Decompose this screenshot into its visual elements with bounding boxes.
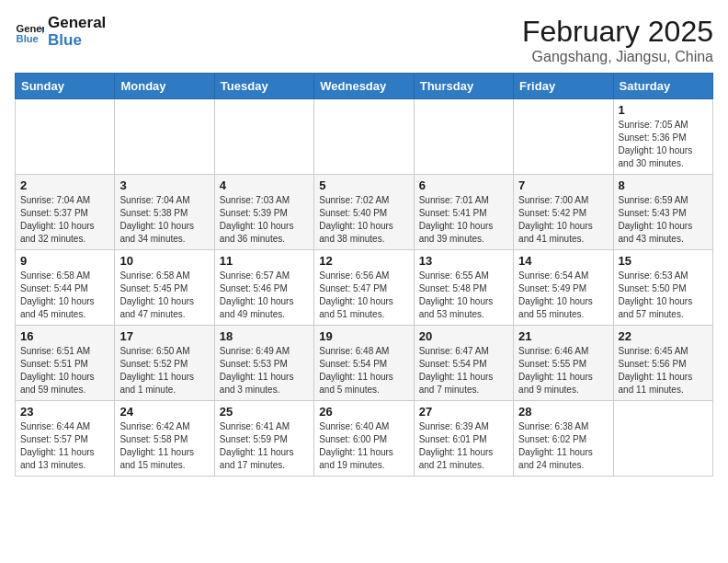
svg-text:Blue: Blue: [17, 33, 39, 44]
day-cell: 23Sunrise: 6:44 AM Sunset: 5:57 PM Dayli…: [16, 401, 115, 477]
day-cell: 28Sunrise: 6:38 AM Sunset: 6:02 PM Dayli…: [514, 401, 613, 477]
day-number: 13: [419, 254, 508, 268]
day-cell: 16Sunrise: 6:51 AM Sunset: 5:51 PM Dayli…: [16, 326, 115, 401]
day-info-text: Sunrise: 6:38 AM Sunset: 6:02 PM Dayligh…: [518, 420, 608, 472]
day-cell: 14Sunrise: 6:54 AM Sunset: 5:49 PM Dayli…: [514, 250, 613, 326]
day-info-text: Sunrise: 6:42 AM Sunset: 5:58 PM Dayligh…: [119, 420, 209, 472]
day-number: 9: [20, 254, 109, 268]
day-number: 16: [20, 329, 109, 343]
day-header-saturday: Saturday: [613, 74, 712, 99]
day-header-monday: Monday: [115, 74, 214, 99]
day-number: 3: [119, 178, 209, 192]
day-info-text: Sunrise: 6:59 AM Sunset: 5:43 PM Dayligh…: [619, 194, 708, 246]
day-cell: [514, 99, 613, 175]
day-info-text: Sunrise: 6:53 AM Sunset: 5:50 PM Dayligh…: [619, 270, 708, 321]
day-number: 22: [619, 329, 708, 343]
day-info-text: Sunrise: 6:51 AM Sunset: 5:51 PM Dayligh…: [20, 345, 109, 396]
day-cell: [214, 99, 313, 175]
day-info-text: Sunrise: 7:02 AM Sunset: 5:40 PM Dayligh…: [319, 194, 408, 246]
day-info-text: Sunrise: 6:46 AM Sunset: 5:55 PM Dayligh…: [518, 345, 608, 396]
day-number: 20: [419, 329, 508, 343]
day-info-text: Sunrise: 6:58 AM Sunset: 5:44 PM Dayligh…: [20, 270, 109, 321]
day-number: 2: [20, 178, 109, 192]
day-number: 17: [119, 329, 209, 343]
day-cell: 9Sunrise: 6:58 AM Sunset: 5:44 PM Daylig…: [16, 250, 115, 326]
day-info-text: Sunrise: 6:47 AM Sunset: 5:54 PM Dayligh…: [419, 345, 508, 396]
day-info-text: Sunrise: 7:04 AM Sunset: 5:38 PM Dayligh…: [119, 194, 209, 246]
day-number: 24: [119, 405, 209, 419]
week-row-3: 9Sunrise: 6:58 AM Sunset: 5:44 PM Daylig…: [16, 250, 713, 326]
day-cell: 15Sunrise: 6:53 AM Sunset: 5:50 PM Dayli…: [613, 250, 712, 326]
day-cell: [314, 99, 414, 175]
day-cell: 19Sunrise: 6:48 AM Sunset: 5:54 PM Dayli…: [314, 326, 414, 401]
day-cell: 7Sunrise: 7:00 AM Sunset: 5:42 PM Daylig…: [514, 175, 613, 250]
day-info-text: Sunrise: 6:40 AM Sunset: 6:00 PM Dayligh…: [319, 420, 408, 472]
day-number: 23: [20, 405, 109, 419]
day-number: 15: [619, 254, 708, 268]
day-cell: 8Sunrise: 6:59 AM Sunset: 5:43 PM Daylig…: [613, 175, 712, 250]
day-cell: 24Sunrise: 6:42 AM Sunset: 5:58 PM Dayli…: [115, 401, 214, 477]
day-cell: [16, 99, 115, 175]
title-area: February 2025 Gangshang, Jiangsu, China: [522, 15, 713, 65]
day-number: 10: [119, 254, 209, 268]
day-number: 14: [518, 254, 608, 268]
day-cell: 3Sunrise: 7:04 AM Sunset: 5:38 PM Daylig…: [115, 175, 214, 250]
day-header-tuesday: Tuesday: [214, 74, 313, 99]
day-number: 5: [319, 178, 408, 192]
day-cell: 13Sunrise: 6:55 AM Sunset: 5:48 PM Dayli…: [414, 250, 513, 326]
day-cell: [414, 99, 513, 175]
day-number: 6: [419, 178, 508, 192]
day-header-friday: Friday: [514, 74, 613, 99]
day-info-text: Sunrise: 6:45 AM Sunset: 5:56 PM Dayligh…: [619, 345, 708, 396]
week-row-1: 1Sunrise: 7:05 AM Sunset: 5:36 PM Daylig…: [16, 99, 713, 175]
day-number: 19: [319, 329, 408, 343]
day-cell: 18Sunrise: 6:49 AM Sunset: 5:53 PM Dayli…: [214, 326, 313, 401]
logo-blue: Blue: [48, 32, 106, 50]
logo: General Blue General Blue: [15, 15, 106, 49]
week-row-4: 16Sunrise: 6:51 AM Sunset: 5:51 PM Dayli…: [16, 326, 713, 401]
day-info-text: Sunrise: 6:39 AM Sunset: 6:01 PM Dayligh…: [419, 420, 508, 472]
day-info-text: Sunrise: 7:03 AM Sunset: 5:39 PM Dayligh…: [220, 194, 309, 246]
logo-icon: General Blue: [15, 17, 44, 47]
day-info-text: Sunrise: 6:49 AM Sunset: 5:53 PM Dayligh…: [220, 345, 309, 396]
day-cell: 4Sunrise: 7:03 AM Sunset: 5:39 PM Daylig…: [214, 175, 313, 250]
day-info-text: Sunrise: 6:41 AM Sunset: 5:59 PM Dayligh…: [220, 420, 309, 472]
day-number: 4: [220, 178, 309, 192]
day-info-text: Sunrise: 6:50 AM Sunset: 5:52 PM Dayligh…: [119, 345, 209, 396]
day-number: 27: [419, 405, 508, 419]
day-cell: 1Sunrise: 7:05 AM Sunset: 5:36 PM Daylig…: [613, 99, 712, 175]
day-number: 21: [518, 329, 608, 343]
day-number: 8: [619, 178, 708, 192]
day-cell: 17Sunrise: 6:50 AM Sunset: 5:52 PM Dayli…: [115, 326, 214, 401]
day-cell: 2Sunrise: 7:04 AM Sunset: 5:37 PM Daylig…: [16, 175, 115, 250]
day-cell: 25Sunrise: 6:41 AM Sunset: 5:59 PM Dayli…: [214, 401, 313, 477]
day-info-text: Sunrise: 7:04 AM Sunset: 5:37 PM Dayligh…: [20, 194, 109, 246]
month-year-title: February 2025: [522, 15, 713, 49]
day-cell: 26Sunrise: 6:40 AM Sunset: 6:00 PM Dayli…: [314, 401, 414, 477]
day-cell: 12Sunrise: 6:56 AM Sunset: 5:47 PM Dayli…: [314, 250, 414, 326]
day-info-text: Sunrise: 7:00 AM Sunset: 5:42 PM Dayligh…: [518, 194, 608, 246]
location-title: Gangshang, Jiangsu, China: [522, 49, 713, 65]
day-cell: [613, 401, 712, 477]
day-info-text: Sunrise: 6:58 AM Sunset: 5:45 PM Dayligh…: [119, 270, 209, 321]
day-headers-row: SundayMondayTuesdayWednesdayThursdayFrid…: [16, 74, 713, 99]
day-number: 28: [518, 405, 608, 419]
day-cell: 22Sunrise: 6:45 AM Sunset: 5:56 PM Dayli…: [613, 326, 712, 401]
week-row-5: 23Sunrise: 6:44 AM Sunset: 5:57 PM Dayli…: [16, 401, 713, 477]
page-header: General Blue General Blue February 2025 …: [15, 15, 713, 65]
day-info-text: Sunrise: 7:05 AM Sunset: 5:36 PM Dayligh…: [619, 119, 708, 170]
day-info-text: Sunrise: 7:01 AM Sunset: 5:41 PM Dayligh…: [419, 194, 508, 246]
day-header-wednesday: Wednesday: [314, 74, 414, 99]
day-number: 7: [518, 178, 608, 192]
day-number: 1: [619, 103, 708, 117]
day-cell: 21Sunrise: 6:46 AM Sunset: 5:55 PM Dayli…: [514, 326, 613, 401]
day-number: 26: [319, 405, 408, 419]
day-cell: 5Sunrise: 7:02 AM Sunset: 5:40 PM Daylig…: [314, 175, 414, 250]
day-info-text: Sunrise: 6:48 AM Sunset: 5:54 PM Dayligh…: [319, 345, 408, 396]
svg-text:General: General: [17, 23, 44, 34]
logo-general: General: [48, 15, 106, 32]
day-info-text: Sunrise: 6:54 AM Sunset: 5:49 PM Dayligh…: [518, 270, 608, 321]
day-info-text: Sunrise: 6:44 AM Sunset: 5:57 PM Dayligh…: [20, 420, 109, 472]
day-cell: [115, 99, 214, 175]
day-cell: 6Sunrise: 7:01 AM Sunset: 5:41 PM Daylig…: [414, 175, 513, 250]
